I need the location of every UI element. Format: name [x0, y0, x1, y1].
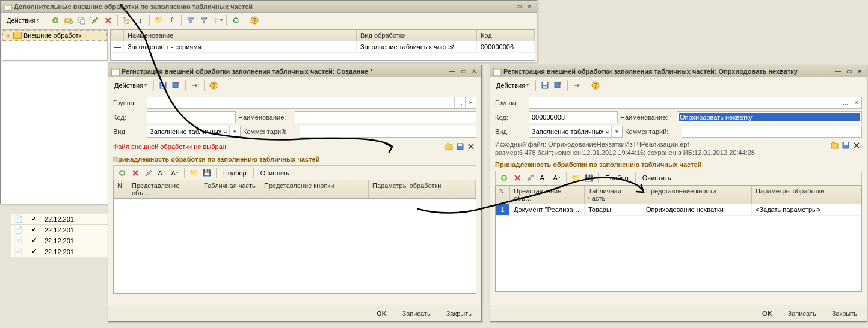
save-icon[interactable] [539, 79, 551, 91]
cell-params[interactable]: <Задать параметры> [752, 204, 861, 215]
col-params[interactable]: Параметры обработки [369, 180, 476, 198]
edit-row-icon[interactable] [143, 167, 155, 179]
move-to-folder-icon[interactable]: 📁 [153, 14, 165, 26]
col-header-type[interactable]: Вид обработки [357, 30, 477, 41]
sort-desc-icon[interactable]: A↑ [551, 172, 563, 184]
kind-select[interactable]: Заполнение табличных ч ▾ [529, 126, 623, 138]
select-icon[interactable]: … [454, 97, 465, 108]
maximize-button[interactable]: ▭ [514, 2, 523, 11]
help-icon[interactable]: ? [248, 14, 260, 26]
go-icon[interactable] [571, 79, 583, 91]
ok-button[interactable]: OK [757, 308, 777, 319]
name-input[interactable] [295, 111, 476, 123]
sort-desc-icon[interactable]: A↑ [169, 167, 181, 179]
titlebar[interactable]: Регистрация внешней обработки заполнения… [490, 65, 867, 77]
delete-file-icon[interactable] [851, 140, 862, 151]
col-btn[interactable]: Представление кнопки [260, 180, 369, 198]
save-file-icon[interactable] [455, 141, 466, 152]
save-icon[interactable]: 💾 [583, 172, 595, 184]
col-tab[interactable]: Табличная часть [585, 186, 642, 204]
col-n[interactable]: N [114, 180, 128, 198]
maximize-button[interactable]: ▭ [844, 67, 854, 76]
maximize-button[interactable]: ▭ [458, 67, 468, 76]
ownership-grid[interactable]: N Представление объ… Табличная часть Пре… [495, 185, 862, 292]
add-row-icon[interactable] [116, 167, 128, 179]
close-button[interactable]: ✕ [855, 67, 864, 76]
dropdown-icon[interactable]: ▾ [611, 126, 622, 137]
save-icon[interactable]: 💾 [201, 167, 213, 179]
clear-button[interactable]: Очистить [257, 167, 293, 179]
close-button[interactable]: Закрыть [827, 308, 862, 319]
col-n[interactable]: N [496, 186, 510, 204]
comment-input[interactable] [682, 126, 862, 138]
col-header-code[interactable]: Код [477, 30, 525, 41]
level-icon[interactable]: ↕ [134, 14, 146, 26]
pick-button[interactable]: Подбор [220, 167, 250, 179]
filter-clear-icon[interactable] [198, 14, 210, 26]
write-button[interactable]: Записать [783, 308, 821, 319]
col-tab[interactable]: Табличная часть [200, 180, 260, 198]
minimize-button[interactable]: — [448, 67, 457, 76]
close-button[interactable]: ✕ [525, 2, 534, 11]
delete-row-icon[interactable] [511, 172, 523, 184]
col-header-name[interactable]: Наименование [124, 30, 357, 41]
col-obj[interactable]: Представление объ… [128, 180, 200, 198]
hierarchy-icon[interactable] [121, 14, 133, 26]
clear-button[interactable]: Очистить [639, 172, 675, 184]
open-file-icon[interactable] [444, 141, 455, 152]
code-input[interactable]: 000000008 [529, 111, 618, 123]
name-input[interactable]: Опрхиодовать нехватку [677, 111, 862, 123]
actions-menu[interactable]: Действия [493, 79, 532, 91]
close-button[interactable]: ✕ [469, 67, 479, 76]
select-icon[interactable]: … [840, 97, 851, 108]
main-grid[interactable]: Наименование Вид обработки Код — Заполне… [110, 29, 535, 61]
titlebar[interactable]: Дополнительные внешние обработки по запо… [1, 1, 537, 13]
open-icon[interactable]: 📁 [570, 172, 582, 184]
help-icon[interactable]: ? [208, 79, 220, 91]
titlebar[interactable]: Регистрация внешней обработки заполнения… [108, 65, 481, 77]
sort-asc-icon[interactable]: A↓ [156, 167, 168, 179]
add-folder-icon[interactable] [63, 14, 75, 26]
delete-file-icon[interactable] [466, 141, 476, 152]
code-input[interactable] [147, 111, 236, 123]
edit-icon[interactable] [89, 14, 101, 26]
refresh-icon[interactable] [230, 14, 242, 26]
actions-menu[interactable]: Действия [3, 14, 43, 26]
move-up-icon[interactable]: ⇧ [166, 14, 178, 26]
save-file-icon[interactable] [840, 140, 851, 151]
save-and-close-icon[interactable] [552, 79, 564, 91]
open-file-icon[interactable] [830, 140, 840, 151]
group-input[interactable]: … ✕ [529, 97, 862, 109]
pick-button[interactable]: Подбор [602, 172, 632, 184]
group-input[interactable]: … ✕ [147, 97, 476, 109]
add-icon[interactable] [49, 14, 61, 26]
help-icon[interactable]: ? [589, 79, 602, 91]
dropdown-icon[interactable]: ▾ [229, 126, 240, 137]
ownership-grid[interactable]: N Представление объ… Табличная часть Пре… [113, 180, 476, 294]
save-and-close-icon[interactable] [170, 79, 182, 91]
copy-icon[interactable] [76, 14, 88, 26]
go-icon[interactable] [189, 79, 201, 91]
col-params[interactable]: Параметры обработки [752, 186, 861, 204]
table-row[interactable]: 1 Документ "Реализа… Товары Оприходовани… [496, 204, 861, 216]
sort-asc-icon[interactable]: A↓ [538, 172, 550, 184]
minimize-button[interactable]: — [833, 67, 843, 76]
clear-icon[interactable]: ✕ [851, 97, 861, 108]
add-row-icon[interactable] [498, 172, 510, 184]
write-button[interactable]: Записать [398, 308, 436, 319]
tree-root-node[interactable]: ⊞ Внешние обработк [2, 30, 107, 41]
ok-button[interactable]: OK [372, 308, 392, 319]
filter-off-icon[interactable] [211, 14, 223, 26]
clear-icon[interactable]: ✕ [465, 97, 476, 108]
col-btn[interactable]: Представление кнопки [642, 186, 752, 204]
tree-panel[interactable]: ⊞ Внешние обработк [2, 29, 108, 61]
open-icon[interactable]: 📁 [188, 167, 200, 179]
comment-input[interactable] [300, 126, 476, 138]
actions-menu[interactable]: Действия [111, 79, 150, 91]
close-button[interactable]: Закрыть [442, 308, 476, 319]
save-icon[interactable] [157, 79, 169, 91]
kind-select[interactable]: Заполнение табличных ч ▾ [147, 126, 241, 138]
mark-delete-icon[interactable] [102, 14, 114, 26]
col-obj[interactable]: Представление объ… [510, 186, 585, 204]
minimize-button[interactable]: — [503, 2, 512, 11]
